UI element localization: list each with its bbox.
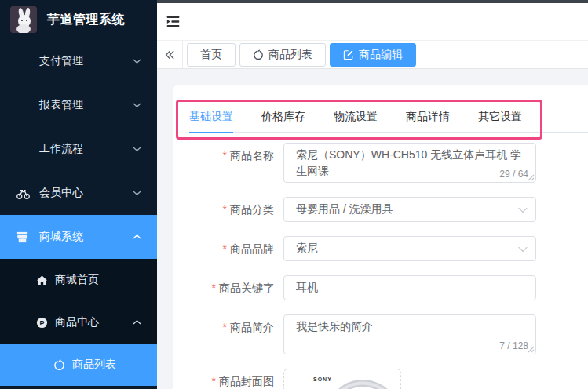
product-edit-card: 基础设置 价格库存 物流设置 商品详情 其它设置 *商品名称 索尼（SONY）W… — [173, 85, 588, 389]
resize-grip[interactable] — [528, 174, 535, 181]
required-asterisk: * — [223, 242, 227, 255]
char-counter: 29 / 64 — [496, 169, 528, 179]
product-form: *商品名称 索尼（SONY）WH-CH510 无线立体声耳机 学生网课 29 /… — [189, 143, 588, 389]
tag-product-list[interactable]: 商品列表 — [239, 43, 326, 67]
form-row-brand: *商品品牌 索尼 — [189, 236, 588, 261]
navbar — [157, 3, 588, 41]
tag-home[interactable]: 首页 — [187, 43, 236, 67]
sidebar-item-member-center[interactable]: 会员中心 — [0, 171, 157, 215]
required-asterisk: * — [223, 203, 227, 216]
product-brand-select[interactable]: 索尼 — [283, 236, 536, 261]
required-asterisk: * — [212, 282, 216, 294]
form-row-keyword: *商品关键字 — [189, 275, 588, 300]
sidebar-item-mall-home[interactable]: 商城首页 — [0, 259, 157, 301]
mall-submenu: 商城首页 P 商品中心 商品列表 — [0, 259, 157, 386]
logo-row: 芋道管理系统 — [0, 0, 157, 39]
ring-icon — [53, 359, 68, 371]
headphone-image — [325, 375, 401, 389]
cover-image-upload[interactable]: SONY — [283, 369, 401, 389]
sidebar-item-mall-system[interactable]: 商城系统 — [0, 215, 157, 259]
product-keyword-input[interactable] — [283, 275, 536, 300]
product-category-select[interactable]: 母婴用品 / 洗澡用具 — [283, 197, 536, 222]
chevron-down-icon — [133, 59, 141, 64]
double-chevron-left-icon — [163, 49, 176, 61]
tab-basic-settings[interactable]: 基础设置 — [189, 101, 233, 133]
form-row-cover: *商品封面图 SONY — [189, 369, 588, 389]
chevron-down-icon — [133, 191, 141, 196]
sidebar-collapse-button[interactable] — [166, 14, 181, 29]
field-label: 商品分类 — [230, 203, 274, 216]
tab-product-detail[interactable]: 商品详情 — [406, 101, 450, 133]
chevron-up-icon — [133, 234, 141, 240]
main-area: 首页 商品列表 商品编辑 基础设置 价格库存 物流设置 商品详情 其它设置 — [157, 0, 588, 389]
sidebar-item-product-center[interactable]: P 商品中心 — [0, 301, 157, 344]
form-tabs: 基础设置 价格库存 物流设置 商品详情 其它设置 — [189, 101, 588, 133]
field-label: 商品关键字 — [219, 282, 274, 294]
edit-icon — [343, 49, 354, 60]
tab-price-stock[interactable]: 价格库存 — [261, 101, 305, 133]
chevron-down-icon — [518, 204, 527, 213]
chevron-down-icon — [518, 243, 527, 252]
tab-other-settings[interactable]: 其它设置 — [478, 101, 522, 133]
form-row-category: *商品分类 母婴用品 / 洗澡用具 — [189, 197, 588, 222]
sidebar-item-workflow[interactable]: 工作流程 — [0, 127, 157, 171]
sidebar-item-product-list[interactable]: 商品列表 — [0, 344, 157, 386]
required-asterisk: * — [212, 375, 216, 387]
chevron-down-icon — [133, 147, 141, 152]
ring-icon — [253, 49, 264, 60]
tag-product-edit[interactable]: 商品编辑 — [330, 43, 416, 67]
resize-grip[interactable] — [528, 346, 535, 353]
field-label: 商品封面图 — [219, 375, 274, 387]
app-title: 芋道管理系统 — [47, 12, 125, 28]
field-label: 商品简介 — [230, 321, 274, 333]
required-asterisk: * — [223, 149, 227, 162]
svg-text:P: P — [40, 318, 45, 326]
field-label: 商品品牌 — [230, 242, 274, 255]
p-badge-icon: P — [36, 317, 50, 329]
form-row-name: *商品名称 索尼（SONY）WH-CH510 无线立体声耳机 学生网课 29 /… — [189, 143, 588, 183]
chevron-up-icon — [133, 320, 141, 325]
chevron-down-icon — [133, 103, 141, 108]
tab-logistics-settings[interactable]: 物流设置 — [334, 101, 378, 133]
form-row-intro: *商品简介 我是快乐的简介 7 / 128 — [189, 314, 588, 354]
sidebar: 芋道管理系统 支付管理 报表管理 工作流程 会员中心 — [0, 0, 157, 389]
sidebar-item-payment[interactable]: 支付管理 — [0, 39, 157, 83]
bicycle-icon — [16, 186, 35, 201]
sidebar-item-report[interactable]: 报表管理 — [0, 83, 157, 127]
home-icon — [36, 274, 50, 286]
store-icon — [16, 231, 35, 244]
sidebar-menu: 支付管理 报表管理 工作流程 会员中心 — [0, 39, 157, 386]
tags-scroll-left-button[interactable] — [157, 41, 183, 68]
page-content: 基础设置 价格库存 物流设置 商品详情 其它设置 *商品名称 索尼（SONY）W… — [157, 69, 588, 389]
tags-bar: 首页 商品列表 商品编辑 — [157, 41, 588, 69]
field-label: 商品名称 — [230, 149, 274, 162]
char-counter: 7 / 128 — [496, 341, 528, 351]
app-logo-rabbit-icon — [10, 6, 37, 33]
required-asterisk: * — [223, 321, 227, 333]
